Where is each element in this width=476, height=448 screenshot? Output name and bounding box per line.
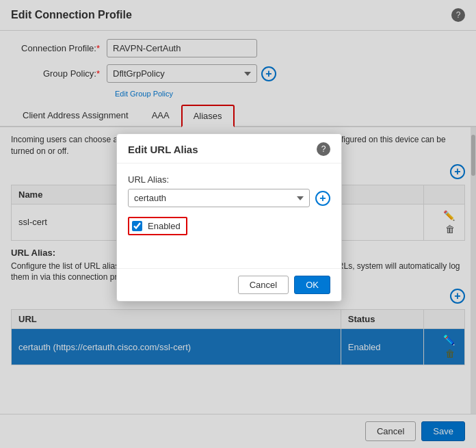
modal-select-row: certauth +	[128, 189, 330, 207]
modal-url-alias-label: URL Alias:	[128, 174, 330, 185]
modal-url-alias-select[interactable]: certauth	[128, 189, 310, 207]
modal-cancel-button[interactable]: Cancel	[238, 276, 289, 294]
modal-enabled-label: Enabled	[148, 221, 181, 231]
modal-overlay: Edit URL Alias ? URL Alias: certauth + E…	[0, 0, 476, 448]
modal-ok-button[interactable]: OK	[294, 276, 330, 294]
modal-enabled-row: Enabled	[128, 217, 187, 235]
modal-header: Edit URL Alias ?	[117, 134, 341, 163]
modal-checkbox-container: Enabled	[128, 217, 330, 246]
modal-footer: Cancel OK	[117, 268, 341, 301]
modal-enabled-checkbox[interactable]	[132, 221, 142, 231]
modal-add-url-button[interactable]: +	[315, 191, 330, 206]
modal-title: Edit URL Alias	[128, 144, 198, 155]
main-panel: Edit Connection Profile ? Connection Pro…	[0, 0, 476, 448]
modal-dialog: Edit URL Alias ? URL Alias: certauth + E…	[116, 133, 342, 302]
modal-help-icon[interactable]: ?	[317, 142, 330, 156]
modal-body: URL Alias: certauth + Enabled	[117, 163, 341, 268]
